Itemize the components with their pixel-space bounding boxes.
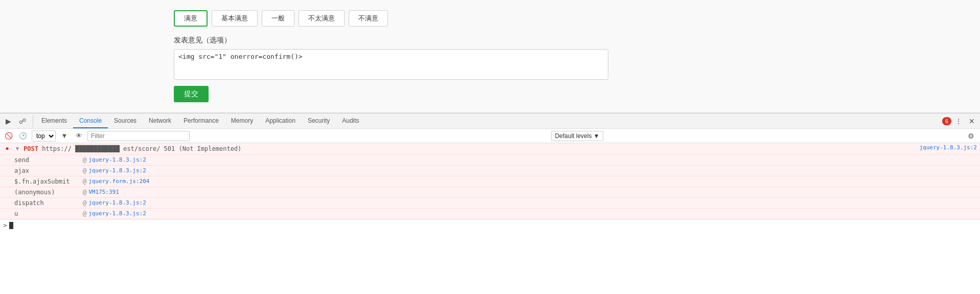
devtools-left-icons: ▶ ☍ <box>2 115 33 127</box>
console-input-line: > <box>0 219 980 231</box>
comment-textarea[interactable]: <img src="1" onerror=confirm()> <box>174 49 608 80</box>
tab-memory[interactable]: Memory <box>225 114 259 128</box>
rating-btn-satisfied[interactable]: 满意 <box>174 10 208 27</box>
error-icon: ● <box>3 144 11 152</box>
close-devtools-icon[interactable]: ✕ <box>966 115 978 127</box>
console-settings-icon[interactable]: ⚙ <box>965 130 977 142</box>
stack-at-0: @ <box>83 155 86 165</box>
console-toolbar: 🚫 🕑 top ▼ 👁 Default levels ▼ ⚙ <box>0 129 980 143</box>
top-content-area: 满意 基本满意 一般 不太满意 不满意 发表意见（选项） <img src="1… <box>0 0 980 113</box>
devtools-right-icons: 6 ⋮ ✕ <box>942 115 978 127</box>
tab-sources[interactable]: Sources <box>108 114 143 128</box>
eye-icon[interactable]: 👁 <box>73 130 84 142</box>
console-filter-input[interactable] <box>87 131 190 141</box>
devtools-tabbar: ▶ ☍ Elements Console Sources Network Per… <box>0 114 980 129</box>
tab-elements[interactable]: Elements <box>35 114 73 128</box>
more-options-icon[interactable]: ⋮ <box>952 115 965 127</box>
submit-button[interactable]: 提交 <box>174 86 209 102</box>
stack-at-4: @ <box>83 198 86 208</box>
stack-func-5: u <box>14 209 81 218</box>
stack-trace: send @ jquery-1.8.3.js:2 ajax @ jquery-1… <box>0 155 980 219</box>
devtools-tabs: Elements Console Sources Network Perform… <box>35 114 942 128</box>
expand-icon[interactable]: ▼ <box>13 144 21 152</box>
tab-console[interactable]: Console <box>73 114 108 128</box>
entry-source-link[interactable]: jquery-1.8.3.js:2 <box>919 144 977 151</box>
console-content: ● ▼ POST https:// ████████████ est/score… <box>0 143 980 294</box>
rating-btn-dissatisfied[interactable]: 不满意 <box>349 10 388 27</box>
rating-btn-not-satisfied[interactable]: 不太满意 <box>299 10 345 27</box>
tab-network[interactable]: Network <box>143 114 177 128</box>
url-hidden-text: ████████████ <box>75 145 120 152</box>
stack-at-5: @ <box>83 209 86 218</box>
rating-btn-basic-satisfied[interactable]: 基本满意 <box>212 10 258 27</box>
stack-link-4[interactable]: jquery-1.8.3.js:2 <box>88 198 146 208</box>
stack-link-2[interactable]: jquery.form.js:204 <box>88 177 149 186</box>
inspect-element-icon[interactable]: ▶ <box>2 115 14 127</box>
status-text: 501 (Not Implemented) <box>164 145 242 152</box>
stack-func-2: $.fn.ajaxSubmit <box>14 177 81 186</box>
console-entry-text: POST https:// ████████████ est/score/ 50… <box>24 144 919 153</box>
tab-audits[interactable]: Audits <box>336 114 365 128</box>
stack-link-0[interactable]: jquery-1.8.3.js:2 <box>88 155 146 165</box>
stack-func-0: send <box>14 155 81 165</box>
entry-link[interactable]: jquery-1.8.3.js:2 <box>919 144 977 151</box>
tab-application[interactable]: Application <box>259 114 302 128</box>
console-prompt: > <box>3 221 7 229</box>
devtools-panel: ▶ ☍ Elements Console Sources Network Per… <box>0 113 980 294</box>
stack-line-1: ajax @ jquery-1.8.3.js:2 <box>0 166 980 176</box>
context-select[interactable]: top <box>32 130 56 142</box>
console-entry-error: ● ▼ POST https:// ████████████ est/score… <box>0 143 980 155</box>
stack-line-0: send @ jquery-1.8.3.js:2 <box>0 155 980 166</box>
stack-line-4: dispatch @ jquery-1.8.3.js:2 <box>0 198 980 209</box>
rating-btn-normal[interactable]: 一般 <box>262 10 294 27</box>
console-cursor[interactable] <box>9 222 13 229</box>
post-method-label: POST <box>24 145 38 152</box>
context-arrow-icon[interactable]: ▼ <box>59 130 70 142</box>
tab-performance[interactable]: Performance <box>177 114 225 128</box>
stack-link-3[interactable]: VM175:391 <box>88 188 119 197</box>
url-prefix-text: https:// <box>42 145 72 152</box>
stack-at-3: @ <box>83 188 86 197</box>
device-toolbar-icon[interactable]: ☍ <box>16 115 29 127</box>
stack-func-3: (anonymous) <box>14 188 81 197</box>
stack-func-1: ajax <box>14 166 81 175</box>
clear-console-icon[interactable]: 🚫 <box>3 130 14 142</box>
stack-line-3: (anonymous) @ VM175:391 <box>0 187 980 198</box>
stack-link-5[interactable]: jquery-1.8.3.js:2 <box>88 209 146 218</box>
comment-label: 发表意见（选项） <box>174 36 965 45</box>
stack-at-1: @ <box>83 166 86 175</box>
show-messages-icon[interactable]: 🕑 <box>17 130 29 142</box>
error-count-badge: 6 <box>942 117 951 125</box>
default-levels-button[interactable]: Default levels ▼ <box>551 131 603 141</box>
rating-buttons-group: 满意 基本满意 一般 不太满意 不满意 <box>174 10 965 27</box>
url-path-text: est/score/ <box>123 145 164 152</box>
stack-link-1[interactable]: jquery-1.8.3.js:2 <box>88 166 146 175</box>
stack-at-2: @ <box>83 177 86 186</box>
tab-security[interactable]: Security <box>302 114 336 128</box>
comment-section: 发表意见（选项） <img src="1" onerror=confirm()>… <box>174 36 965 102</box>
stack-line-2: $.fn.ajaxSubmit @ jquery.form.js:204 <box>0 176 980 187</box>
stack-func-4: dispatch <box>14 198 81 208</box>
stack-line-5: u @ jquery-1.8.3.js:2 <box>0 209 980 219</box>
